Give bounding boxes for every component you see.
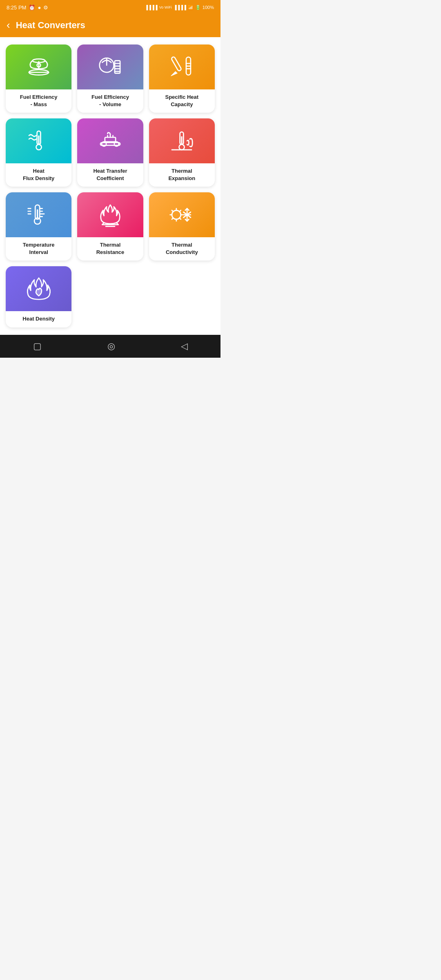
card-label-thermal-conductivity: ThermalConductivity: [163, 237, 201, 261]
svg-line-52: [172, 218, 173, 219]
status-bar: 8:25 PM ⏰ ● ⚙ ▐▐▐▐ Vo WiFi ▐▐▐▐ 📶 🔋 100%: [0, 0, 220, 15]
svg-marker-17: [171, 71, 177, 76]
card-label-fuel-efficiency-mass: Fuel Efficiency- Mass: [17, 89, 61, 113]
nav-back[interactable]: ◁: [181, 341, 188, 352]
card-thermal-expansion[interactable]: ThermalExpansion: [149, 118, 215, 187]
card-icon-thermal-resistance: [77, 192, 143, 237]
card-label-thermal-resistance: ThermalResistance: [93, 237, 128, 261]
status-left: 8:25 PM ⏰ ● ⚙: [7, 4, 48, 11]
vo-wifi-icon: Vo WiFi: [159, 5, 172, 9]
svg-line-51: [180, 210, 181, 212]
card-icon-thermal-expansion: [149, 118, 215, 163]
svg-line-49: [172, 210, 173, 212]
svg-point-29: [179, 145, 185, 150]
card-icon-thermal-conductivity: [149, 192, 215, 237]
time: 8:25 PM: [7, 4, 26, 11]
page-title: Heat Converters: [16, 20, 85, 31]
svg-point-19: [36, 145, 41, 150]
whatsapp-icon: ●: [38, 4, 41, 11]
status-right: ▐▐▐▐ Vo WiFi ▐▐▐▐ 📶 🔋 100%: [145, 5, 214, 10]
svg-rect-16: [171, 56, 182, 71]
converter-grid: Fuel Efficiency- Mass Fuel Efficiency- V…: [0, 37, 220, 335]
card-icon-temperature-interval: [6, 192, 71, 237]
wifi-icon: ▐▐▐▐: [174, 5, 186, 10]
card-temperature-interval[interactable]: TemperatureInterval: [6, 192, 71, 261]
card-heat-transfer-coefficient[interactable]: Heat TransferCoefficient: [77, 118, 143, 187]
wifi-symbol: 📶: [188, 5, 194, 10]
card-label-heat-transfer-coefficient: Heat TransferCoefficient: [90, 163, 130, 187]
card-label-specific-heat-capacity: Specific HeatCapacity: [162, 89, 202, 113]
svg-rect-21: [100, 143, 120, 145]
svg-point-2: [32, 59, 45, 62]
card-icon-heat-transfer-coefficient: [77, 118, 143, 163]
card-icon-specific-heat-capacity: [149, 45, 215, 89]
app-header: ‹ Heat Converters: [0, 15, 220, 37]
card-fuel-efficiency-mass[interactable]: Fuel Efficiency- Mass: [6, 45, 71, 113]
card-fuel-efficiency-volume[interactable]: Fuel Efficiency- Volume: [77, 45, 143, 113]
card-specific-heat-capacity[interactable]: Specific HeatCapacity: [149, 45, 215, 113]
card-label-temperature-interval: TemperatureInterval: [20, 237, 58, 261]
card-icon-heat-density: [6, 266, 71, 311]
battery-icon: 🔋: [195, 5, 201, 10]
settings-icon: ⚙: [43, 4, 48, 11]
card-heat-density[interactable]: Heat Density: [6, 266, 71, 327]
card-icon-fuel-efficiency-volume: [77, 45, 143, 89]
nav-square[interactable]: ▢: [33, 341, 42, 352]
card-label-thermal-expansion: ThermalExpansion: [165, 163, 198, 187]
card-thermal-conductivity[interactable]: ThermalConductivity: [149, 192, 215, 261]
card-label-heat-flux-density: HeatFlux Density: [20, 163, 58, 187]
card-label-fuel-efficiency-volume: Fuel Efficiency- Volume: [88, 89, 132, 113]
alarm-icon: ⏰: [29, 4, 35, 11]
svg-line-50: [180, 218, 181, 219]
card-thermal-resistance[interactable]: ThermalResistance: [77, 192, 143, 261]
card-icon-fuel-efficiency-mass: [6, 45, 71, 89]
back-button[interactable]: ‹: [7, 19, 10, 31]
bottom-navigation: ▢ ◎ ◁: [0, 335, 220, 358]
card-heat-flux-density[interactable]: HeatFlux Density: [6, 118, 71, 187]
nav-circle[interactable]: ◎: [107, 341, 115, 352]
signal-icon: ▐▐▐▐: [145, 5, 157, 10]
battery-percent: 100%: [203, 5, 214, 10]
card-label-heat-density: Heat Density: [19, 311, 58, 327]
svg-rect-24: [105, 137, 116, 142]
card-icon-heat-flux-density: [6, 118, 71, 163]
